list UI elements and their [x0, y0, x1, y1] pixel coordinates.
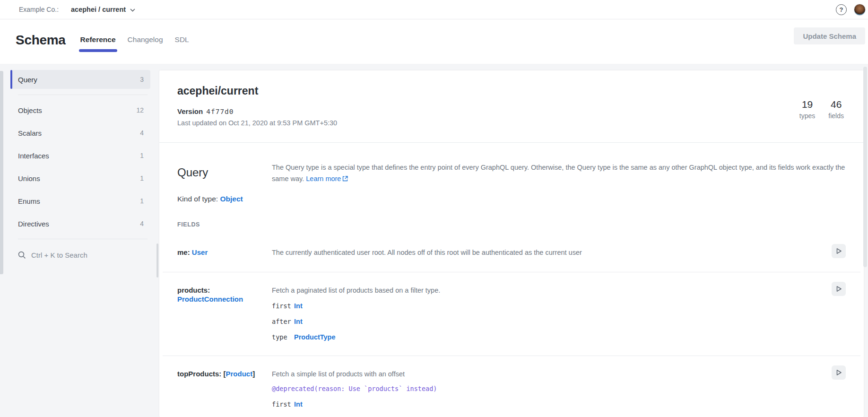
- play-icon: [836, 286, 842, 292]
- field-row-me: me: User The currently authenticated use…: [163, 235, 860, 272]
- learn-more-label: Learn more: [306, 175, 341, 182]
- argument-name: after: [272, 317, 294, 326]
- sidebar-item-unions[interactable]: Unions 1: [10, 169, 150, 188]
- field-row-products: products: ProductConnection Fetch a pagi…: [163, 272, 860, 356]
- chevron-down-icon: [130, 9, 135, 12]
- field-name: me: User: [177, 248, 272, 258]
- page-title: Schema: [16, 33, 66, 48]
- type-name: Query: [177, 162, 272, 184]
- field-description: Fetch a simple list of products with an …: [272, 369, 809, 379]
- tab-sdl[interactable]: SDL: [174, 35, 190, 44]
- argument-type: Int: [294, 400, 303, 409]
- page-body: Query 3 Objects 12 Scalars 4 Interfaces …: [0, 64, 868, 417]
- argument-row: type ProductType: [272, 332, 809, 342]
- fields-label: FIELDS: [159, 221, 864, 228]
- sidebar-item-count: 1: [140, 152, 144, 159]
- external-link-icon: [342, 176, 348, 182]
- run-in-explorer-button[interactable]: [832, 282, 846, 296]
- stat-types: 19 types: [799, 99, 815, 120]
- last-updated: Last updated on Oct 21, 2020 at 9:53 PM …: [177, 119, 846, 127]
- graph-selector-dropdown[interactable]: acephei / current: [71, 6, 135, 13]
- sidebar-item-label: Directives: [18, 220, 49, 228]
- sidebar-scrollbar[interactable]: [156, 243, 158, 278]
- argument-name: first: [272, 301, 294, 311]
- argument-name: type: [272, 332, 294, 342]
- type-bracket: ]: [252, 370, 255, 378]
- type-link-int[interactable]: Int: [294, 400, 303, 408]
- sidebar-item-query[interactable]: Query 3: [10, 70, 150, 89]
- schema-stats: 19 types 46 fields: [799, 99, 844, 120]
- field-name-text: me:: [177, 248, 190, 256]
- argument-type: ProductType: [294, 332, 336, 342]
- sidebar-item-enums[interactable]: Enums 1: [10, 191, 150, 210]
- argument-type: Int: [294, 301, 303, 311]
- field-description: Fetch a paginated list of products based…: [272, 286, 809, 295]
- field-body: The currently authenticated user root. A…: [272, 248, 832, 258]
- sidebar-item-count: 12: [136, 106, 144, 114]
- argument-name: first: [272, 400, 294, 409]
- search-icon: [18, 251, 26, 259]
- sidebar-item-label: Query: [18, 76, 37, 84]
- sidebar-items: Query 3 Objects 12 Scalars 4 Interfaces …: [10, 70, 159, 239]
- sidebar-item-directives[interactable]: Directives 4: [10, 214, 150, 233]
- stat-label: types: [799, 112, 815, 120]
- type-link-producttype[interactable]: ProductType: [294, 333, 336, 341]
- stat-label: fields: [828, 112, 844, 120]
- type-link-int[interactable]: Int: [294, 302, 303, 310]
- run-in-explorer-button[interactable]: [832, 365, 846, 380]
- sidebar-item-label: Objects: [18, 106, 42, 114]
- sidebar-item-count: 4: [140, 129, 144, 137]
- sidebar-item-count: 4: [140, 220, 144, 227]
- sidebar-item-label: Scalars: [18, 129, 42, 137]
- org-label: Example Co.:: [19, 6, 59, 13]
- topbar-right: ?: [836, 4, 861, 16]
- version-line: Version4f77d0: [177, 107, 846, 115]
- graph-title: acephei/current: [177, 85, 846, 97]
- sidebar-item-objects[interactable]: Objects 12: [10, 101, 150, 120]
- type-description: The Query type is a special type that de…: [272, 162, 846, 184]
- sidebar-item-scalars[interactable]: Scalars 4: [10, 123, 150, 142]
- field-body: Fetch a simple list of products with an …: [272, 369, 832, 409]
- kind-label: Kind of type:: [177, 195, 218, 203]
- play-icon: [836, 369, 842, 376]
- sidebar-item-label: Interfaces: [18, 152, 49, 160]
- sidebar-item-interfaces[interactable]: Interfaces 1: [10, 146, 150, 165]
- sidebar-item-count: 1: [140, 197, 144, 205]
- update-schema-button[interactable]: Update Schema: [794, 27, 865, 44]
- version-value: 4f77d0: [206, 108, 234, 115]
- type-link-int[interactable]: Int: [294, 318, 303, 325]
- stat-fields: 46 fields: [828, 99, 844, 120]
- field-name-text: products:: [177, 286, 210, 294]
- type-link-user[interactable]: User: [192, 248, 208, 256]
- argument-row: after Int: [272, 317, 809, 326]
- type-link-productconnection[interactable]: ProductConnection: [177, 295, 243, 303]
- field-name: products: ProductConnection: [177, 286, 272, 342]
- learn-more-link[interactable]: Learn more: [306, 175, 348, 182]
- schema-card: acephei/current Version4f77d0 Last updat…: [159, 70, 864, 417]
- fields-list: me: User The currently authenticated use…: [159, 235, 864, 417]
- kind-of-type: Kind of type: Object: [159, 195, 864, 203]
- kind-value-link[interactable]: Object: [220, 195, 243, 203]
- sidebar-item-label: Enums: [18, 197, 40, 205]
- type-link-product[interactable]: Product: [226, 370, 253, 378]
- page-header: Schema ReferenceChangelogSDL Update Sche…: [0, 19, 868, 64]
- graph-selector-label: acephei / current: [71, 6, 126, 13]
- tab-changelog[interactable]: Changelog: [127, 35, 164, 44]
- avatar[interactable]: [854, 4, 866, 16]
- tab-reference[interactable]: Reference: [80, 35, 116, 44]
- search-hint: Ctrl + K to Search: [31, 251, 87, 259]
- sidebar-item-count: 3: [140, 76, 144, 83]
- topbar: Example Co.: acephei / current ?: [0, 0, 868, 19]
- sidebar-divider: [18, 239, 148, 239]
- run-in-explorer-button[interactable]: [832, 244, 846, 258]
- field-row-topProducts: topProducts: [Product] Fetch a simple li…: [163, 356, 860, 417]
- sidebar-item-count: 1: [140, 174, 144, 182]
- play-icon: [836, 248, 842, 254]
- sidebar-divider: [18, 95, 148, 95]
- help-icon[interactable]: ?: [836, 4, 847, 15]
- argument-row: first Int: [272, 301, 809, 311]
- field-name-text: topProducts:: [177, 370, 221, 378]
- type-header: Query The Query type is a special type t…: [159, 143, 864, 184]
- page-scrollbar[interactable]: [863, 67, 867, 267]
- schema-search[interactable]: Ctrl + K to Search: [10, 245, 159, 265]
